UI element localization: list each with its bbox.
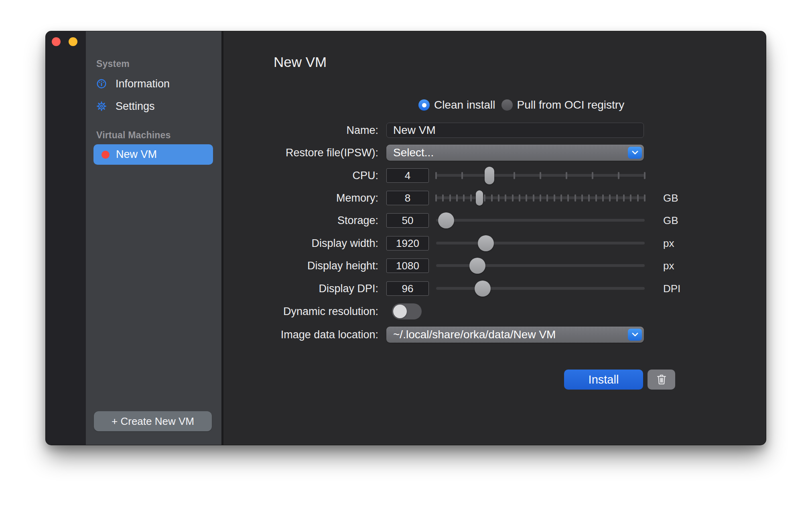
image-data-location-label: Image data location: — [246, 329, 378, 341]
form-row-cpu: CPU: 4 — [246, 167, 684, 184]
slider-tick — [637, 194, 639, 202]
display-width-slider-knob[interactable] — [478, 235, 494, 251]
create-new-vm-button[interactable]: + Create New VM — [94, 411, 212, 431]
display-height-unit-label: px — [663, 260, 674, 272]
radio-pull-oci-registry[interactable] — [501, 99, 513, 111]
display-width-label: Display width: — [246, 237, 378, 250]
memory-slider[interactable] — [436, 190, 645, 206]
titlebar-strip — [46, 31, 86, 445]
slider-tick — [644, 172, 646, 179]
restore-file-dropdown-value: Select... — [393, 146, 434, 159]
display-dpi-slider-knob[interactable] — [475, 281, 491, 297]
app-window: System Information — [45, 31, 766, 445]
slider-tick — [435, 194, 437, 202]
slider-tick — [505, 194, 506, 202]
sidebar-item-information[interactable]: Information — [96, 77, 170, 91]
storage-unit-label: GB — [663, 214, 678, 227]
name-input[interactable]: New VM — [386, 123, 644, 138]
slider-tick — [602, 194, 604, 202]
form-row-memory: Memory: 8 GB — [246, 190, 684, 206]
slider-tick — [554, 194, 555, 202]
slider-tick — [592, 172, 593, 179]
memory-slider-knob[interactable] — [476, 190, 483, 206]
sidebar-item-label: Settings — [116, 100, 155, 113]
sidebar-item-label: Information — [116, 78, 170, 90]
display-dpi-slider[interactable] — [436, 280, 645, 297]
image-data-location-dropdown[interactable]: ~/.local/share/orka/data/New VM — [386, 327, 644, 343]
slider-tick — [546, 194, 548, 202]
gauge-icon — [96, 79, 107, 89]
name-input-value: New VM — [393, 124, 436, 137]
storage-label: Storage: — [246, 214, 378, 227]
cpu-slider[interactable] — [436, 167, 645, 184]
slider-tick — [442, 194, 444, 202]
slider-tick — [566, 172, 567, 179]
display-dpi-unit-label: DPI — [663, 283, 680, 295]
install-button[interactable]: Install — [564, 370, 643, 390]
slider-tick — [526, 194, 527, 202]
slider-track[interactable] — [436, 242, 645, 244]
slider-tick — [498, 194, 499, 202]
slider-tick — [588, 194, 590, 202]
chevron-down-icon[interactable] — [628, 329, 642, 341]
slider-track[interactable] — [436, 219, 645, 222]
slider-tick — [574, 194, 576, 202]
toggle-knob[interactable] — [393, 305, 407, 318]
slider-tick — [567, 194, 569, 202]
slider-tick — [484, 194, 485, 202]
slider-tick — [456, 194, 458, 202]
form-row-image-data-location: Image data location: ~/.local/share/orka… — [246, 326, 684, 343]
form-row-display-dpi: Display DPI: 96 DPI — [246, 280, 684, 297]
dynamic-resolution-label: Dynamic resolution: — [246, 305, 378, 318]
dynamic-resolution-toggle[interactable] — [392, 303, 422, 319]
memory-label: Memory: — [246, 192, 378, 204]
slider-track[interactable] — [436, 264, 645, 267]
slider-tick — [616, 194, 618, 202]
storage-slider-knob[interactable] — [438, 212, 454, 228]
slider-tick — [512, 194, 514, 202]
radio-clean-install[interactable] — [418, 99, 430, 111]
slider-tick — [630, 194, 631, 202]
slider-tick — [618, 172, 619, 179]
storage-value-field[interactable]: 50 — [386, 213, 429, 228]
name-label: Name: — [246, 124, 378, 137]
radio-clean-install-label[interactable]: Clean install — [434, 99, 495, 111]
cpu-slider-knob[interactable] — [485, 167, 494, 184]
display-dpi-label: Display DPI: — [246, 283, 378, 295]
sidebar-item-settings[interactable]: Settings — [96, 99, 155, 113]
chevron-down-icon[interactable] — [628, 147, 642, 159]
radio-pull-oci-registry-label[interactable]: Pull from OCI registry — [517, 99, 625, 111]
storage-slider[interactable] — [436, 212, 645, 229]
slider-tick — [595, 194, 597, 202]
display-width-value-field[interactable]: 1920 — [386, 236, 429, 250]
memory-value-field[interactable]: 8 — [386, 191, 429, 205]
restore-file-dropdown[interactable]: Select... — [386, 145, 644, 161]
display-height-slider[interactable] — [436, 257, 645, 274]
slider-tick — [519, 194, 520, 202]
slider-tick — [463, 194, 465, 202]
display-width-slider[interactable] — [436, 235, 645, 252]
slider-tick — [609, 194, 611, 202]
slider-tick — [533, 194, 534, 202]
slider-tick — [461, 172, 463, 179]
form-row-storage: Storage: 50 GB — [246, 212, 684, 229]
form-row-display-height: Display height: 1080 px — [246, 257, 684, 274]
delete-vm-button[interactable] — [648, 370, 675, 390]
close-button[interactable] — [52, 37, 61, 46]
display-dpi-value-field[interactable]: 96 — [386, 281, 429, 296]
slider-tick — [540, 194, 541, 202]
image-data-location-value: ~/.local/share/orka/data/New VM — [393, 328, 556, 341]
sidebar-item-new-vm[interactable]: New VM — [93, 144, 213, 165]
vm-status-dot-icon — [102, 151, 110, 159]
trash-icon — [655, 373, 668, 386]
vm-name-label: New VM — [116, 148, 157, 161]
display-height-value-field[interactable]: 1080 — [386, 259, 429, 273]
display-height-slider-knob[interactable] — [469, 258, 485, 274]
cpu-label: CPU: — [246, 170, 378, 182]
slider-tick — [470, 194, 472, 202]
form-row-display-width: Display width: 1920 px — [246, 235, 684, 252]
minimize-button[interactable] — [69, 37, 77, 46]
memory-unit-label: GB — [663, 192, 678, 204]
slider-track[interactable] — [436, 287, 645, 290]
cpu-value-field[interactable]: 4 — [386, 168, 429, 183]
